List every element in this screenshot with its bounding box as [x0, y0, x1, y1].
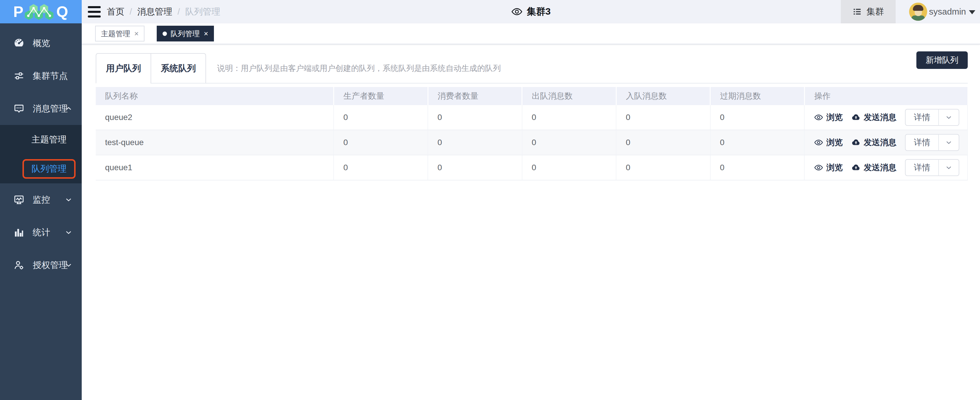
table-row: queue1 0 0 0 0 0 浏览 — [96, 155, 967, 180]
logo-letter-q: Q — [56, 3, 68, 21]
cell-producers: 0 — [334, 105, 428, 130]
cell-expired: 0 — [710, 155, 805, 180]
close-icon[interactable]: × — [134, 29, 138, 38]
highlight-annotation-box: 队列管理 — [22, 159, 76, 178]
sliders-icon — [13, 70, 24, 81]
cell-consumers: 0 — [428, 155, 522, 180]
breadcrumb-separator: / — [130, 7, 132, 17]
active-dot — [162, 32, 167, 36]
tag-topic-mgmt[interactable]: 主题管理 × — [95, 26, 145, 41]
app-logo: P Q — [0, 0, 82, 23]
tag-label: 主题管理 — [101, 29, 130, 38]
queue-description: 说明：用户队列是由客户端或用户创建的队列，系统队列是由系统自动生成的队列 — [217, 63, 501, 73]
cell-producers: 0 — [334, 155, 428, 180]
cell-dequeued: 0 — [522, 155, 616, 180]
cluster-name: 集群3 — [527, 5, 551, 18]
cell-queue-name: queue1 — [96, 155, 334, 180]
col-consumers: 消费者数量 — [428, 87, 522, 105]
eye-icon — [814, 163, 823, 172]
breadcrumb-message-mgmt[interactable]: 消息管理 — [137, 6, 172, 18]
tag-label: 队列管理 — [170, 29, 200, 38]
close-icon[interactable]: × — [204, 29, 208, 38]
cell-actions: 浏览 发送消息 详情 — [804, 105, 967, 130]
breadcrumb-home[interactable]: 首页 — [107, 6, 124, 18]
chevron-down-icon — [65, 196, 72, 204]
sidebar-item-cluster-nodes[interactable]: 集群节点 — [0, 59, 82, 92]
main-content: 用户队列 系统队列 说明：用户队列是由客户端或用户创建的队列，系统队列是由系统自… — [82, 45, 980, 400]
detail-dropdown-button[interactable]: 详情 — [905, 109, 959, 126]
user-dropdown[interactable]: sysadmin — [909, 3, 975, 21]
queue-tabs-wrap: 用户队列 系统队列 说明：用户队列是由客户端或用户创建的队列，系统队列是由系统自… — [96, 53, 968, 83]
tab-user-queue[interactable]: 用户队列 — [96, 53, 151, 83]
cell-dequeued: 0 — [522, 105, 616, 130]
comment-icon — [13, 103, 24, 114]
browse-action[interactable]: 浏览 — [814, 112, 843, 123]
dashboard-icon — [13, 38, 24, 49]
browse-action[interactable]: 浏览 — [814, 137, 843, 148]
tag-queue-mgmt[interactable]: 队列管理 × — [157, 26, 214, 41]
sidebar-item-label: 主题管理 — [32, 134, 67, 146]
eye-icon — [814, 113, 823, 122]
bar-chart-icon — [13, 227, 24, 238]
sidebar-item-label: 队列管理 — [32, 164, 67, 174]
chevron-down-icon[interactable] — [939, 114, 959, 121]
sidebar-item-label: 统计 — [33, 226, 50, 239]
eye-icon — [511, 6, 523, 18]
send-message-action[interactable]: 发送消息 — [851, 137, 896, 148]
cluster-switch-label: 集群 — [867, 6, 884, 18]
breadcrumb-separator: / — [177, 7, 180, 17]
cell-enqueued: 0 — [616, 105, 710, 130]
sidebar-item-topic-mgmt[interactable]: 主题管理 — [0, 125, 82, 154]
cell-producers: 0 — [334, 130, 428, 155]
logo-hexagons-icon — [25, 2, 55, 21]
cell-actions: 浏览 发送消息 详情 — [804, 155, 967, 180]
top-navbar: 首页 / 消息管理 / 队列管理 集群3 集群 sysadmin — [82, 0, 980, 23]
sidebar-item-label: 集群节点 — [33, 70, 68, 82]
sidebar-item-statistics[interactable]: 统计 — [0, 216, 82, 249]
sidebar-item-auth-mgmt[interactable]: 授权管理 — [0, 249, 82, 282]
cell-enqueued: 0 — [616, 155, 710, 180]
cell-actions: 浏览 发送消息 详情 — [804, 130, 967, 155]
browse-action[interactable]: 浏览 — [814, 162, 843, 173]
cell-queue-name: queue2 — [96, 105, 334, 130]
detail-dropdown-button[interactable]: 详情 — [905, 159, 959, 176]
cloud-upload-icon — [851, 113, 861, 122]
tab-system-queue[interactable]: 系统队列 — [151, 53, 206, 83]
sidebar-item-label: 授权管理 — [33, 259, 68, 271]
table-row: test-queue 0 0 0 0 0 浏览 — [96, 130, 967, 155]
avatar — [909, 3, 927, 21]
current-cluster-title: 集群3 — [511, 0, 551, 23]
list-icon — [853, 7, 862, 16]
send-message-action[interactable]: 发送消息 — [851, 112, 896, 123]
sidebar-item-queue-mgmt[interactable]: 队列管理 — [0, 154, 82, 183]
cell-dequeued: 0 — [522, 130, 616, 155]
cell-consumers: 0 — [428, 130, 522, 155]
sidebar-item-monitoring[interactable]: 监控 — [0, 183, 82, 216]
send-message-action[interactable]: 发送消息 — [851, 162, 896, 173]
sidebar-item-label: 概览 — [33, 37, 50, 49]
sidebar: P Q 概览 — [0, 0, 82, 400]
message-mgmt-submenu: 主题管理 队列管理 — [0, 125, 82, 183]
sidebar-item-message-mgmt[interactable]: 消息管理 — [0, 92, 82, 125]
chevron-down-icon — [65, 261, 72, 269]
tags-view-bar: 主题管理 × 队列管理 × — [82, 23, 980, 45]
col-producers: 生产者数量 — [334, 87, 428, 105]
cloud-upload-icon — [851, 138, 861, 147]
detail-dropdown-button[interactable]: 详情 — [905, 134, 959, 151]
chevron-down-icon[interactable] — [939, 139, 959, 146]
chevron-down-icon[interactable] — [939, 164, 959, 171]
caret-down-icon — [969, 10, 975, 14]
chevron-down-icon — [65, 229, 72, 236]
cell-consumers: 0 — [428, 105, 522, 130]
logo-letter-p: P — [13, 3, 24, 21]
hamburger-menu-icon[interactable] — [82, 0, 99, 23]
sidebar-item-overview[interactable]: 概览 — [0, 27, 82, 59]
add-queue-button[interactable]: 新增队列 — [916, 51, 968, 69]
queue-table: 队列名称 生产者数量 消费者数量 出队消息数 入队消息数 过期消息数 操作 qu… — [96, 87, 968, 180]
cluster-switch-button[interactable]: 集群 — [841, 0, 896, 23]
table-row: queue2 0 0 0 0 0 浏览 — [96, 105, 967, 130]
col-queue-name: 队列名称 — [96, 87, 334, 105]
cell-expired: 0 — [710, 130, 805, 155]
breadcrumb: 首页 / 消息管理 / 队列管理 — [107, 6, 220, 18]
col-expired: 过期消息数 — [710, 87, 805, 105]
